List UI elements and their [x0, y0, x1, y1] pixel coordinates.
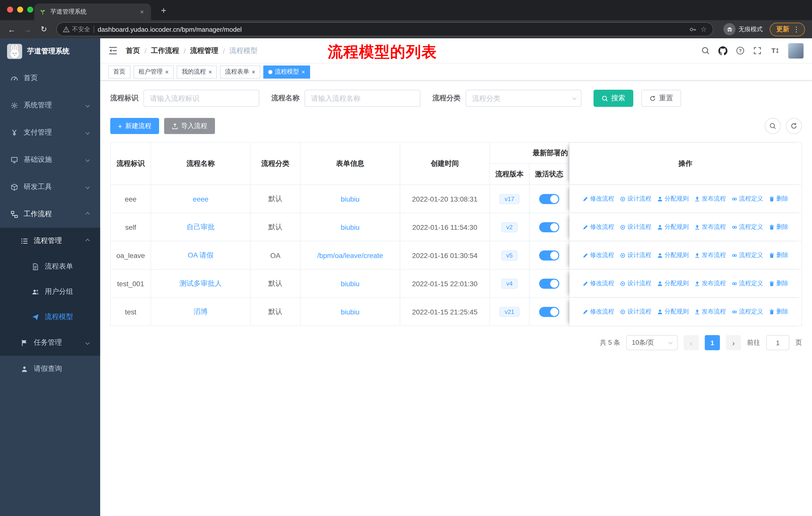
action-assign-rule[interactable]: 分配规则 — [657, 223, 689, 231]
search-icon[interactable] — [701, 46, 710, 55]
sidebar-item-task-mgmt[interactable]: 任务管理 — [0, 330, 100, 356]
import-process-button[interactable]: 导入流程 — [164, 118, 215, 134]
action-publish-process[interactable]: 发布流程 — [694, 223, 726, 231]
action-assign-rule[interactable]: 分配规则 — [657, 194, 689, 203]
form-info-link[interactable]: biubiu — [341, 308, 360, 316]
action-edit-process[interactable]: 修改流程 — [582, 194, 614, 203]
tag-my-process[interactable]: 我的流程 × — [177, 65, 217, 78]
sidebar-item-payment[interactable]: 支付管理 — [0, 119, 100, 146]
sidebar-item-process-model[interactable]: 流程模型 — [0, 304, 100, 330]
action-publish-process[interactable]: 发布流程 — [694, 307, 726, 316]
sidebar-collapse-icon[interactable] — [108, 46, 118, 55]
breadcrumb-item[interactable]: 工作流程 — [151, 46, 179, 55]
process-category-select[interactable] — [466, 90, 581, 107]
active-toggle[interactable] — [539, 194, 559, 204]
model-name-link[interactable]: 自己审批 — [186, 222, 215, 230]
create-process-button[interactable]: + 新建流程 — [110, 118, 159, 134]
action-design-process[interactable]: 设计流程 — [620, 307, 651, 316]
goto-page-input[interactable] — [766, 335, 789, 350]
form-info-link[interactable]: biubiu — [341, 279, 360, 288]
action-process-definition[interactable]: 流程定义 — [731, 223, 763, 231]
model-name-link[interactable]: 测试多审批人 — [179, 279, 222, 287]
bookmark-star-icon[interactable]: ☆ — [700, 25, 707, 33]
action-edit-process[interactable]: 修改流程 — [582, 307, 614, 316]
url-bar[interactable]: 不安全 dashboard.yudao.iocoder.cn/bpm/manag… — [56, 22, 713, 36]
tag-close-icon[interactable]: × — [165, 69, 169, 75]
active-toggle[interactable] — [539, 278, 559, 289]
model-name-link[interactable]: 滔博 — [194, 307, 208, 315]
next-page-button[interactable]: › — [726, 335, 741, 350]
action-assign-rule[interactable]: 分配规则 — [657, 279, 689, 288]
font-size-icon[interactable]: T — [770, 46, 779, 55]
reset-button[interactable]: 重置 — [641, 90, 681, 107]
sidebar-item-workflow[interactable]: 工作流程 — [0, 200, 100, 228]
browser-update-button[interactable]: 更新 ⋮ — [770, 22, 805, 36]
breadcrumb-item[interactable]: 首页 — [126, 46, 140, 55]
sidebar-item-process-form[interactable]: 流程表单 — [0, 254, 100, 279]
action-design-process[interactable]: 设计流程 — [620, 279, 651, 288]
sidebar-item-devtools[interactable]: 研发工具 — [0, 173, 100, 200]
breadcrumb-item[interactable]: 流程管理 — [190, 46, 219, 55]
action-design-process[interactable]: 设计流程 — [620, 194, 651, 203]
active-toggle[interactable] — [539, 250, 559, 260]
user-avatar[interactable] — [788, 43, 804, 59]
page-size-select[interactable]: 10条/页 — [626, 335, 677, 350]
new-tab-button[interactable]: + — [157, 4, 170, 17]
search-button[interactable]: 搜索 — [593, 90, 633, 107]
sidebar-item-system[interactable]: 系统管理 — [0, 92, 100, 119]
tag-home[interactable]: 首页 — [108, 65, 130, 78]
sidebar-item-home[interactable]: 首页 — [0, 64, 100, 92]
action-assign-rule[interactable]: 分配规则 — [657, 307, 689, 316]
toggle-search-button[interactable] — [765, 118, 781, 134]
sidebar-item-process-mgmt[interactable]: 流程管理 — [0, 228, 100, 254]
model-name-link[interactable]: eeee — [193, 195, 208, 203]
back-icon[interactable]: ← — [5, 23, 18, 36]
sidebar-item-user-group[interactable]: 用户分组 — [0, 279, 100, 304]
action-delete[interactable]: 删除 — [769, 223, 788, 231]
active-toggle[interactable] — [539, 222, 559, 232]
sidebar-item-infra[interactable]: 基础设施 — [0, 146, 100, 173]
action-edit-process[interactable]: 修改流程 — [582, 223, 614, 231]
action-assign-rule[interactable]: 分配规则 — [657, 251, 689, 260]
tag-close-icon[interactable]: × — [252, 69, 255, 75]
action-delete[interactable]: 删除 — [769, 251, 788, 260]
security-warning[interactable]: 不安全 — [63, 25, 90, 33]
reload-icon[interactable]: ↻ — [37, 23, 50, 36]
browser-menu-icon[interactable]: ⋮ — [793, 25, 800, 33]
process-id-input[interactable] — [143, 90, 259, 107]
refresh-table-button[interactable] — [786, 118, 802, 134]
action-publish-process[interactable]: 发布流程 — [694, 194, 726, 203]
tag-close-icon[interactable]: × — [208, 69, 212, 75]
minimize-window-button[interactable] — [17, 6, 23, 12]
fullscreen-icon[interactable] — [753, 46, 762, 55]
tag-close-icon[interactable]: × — [301, 69, 305, 75]
action-delete[interactable]: 删除 — [769, 279, 788, 288]
action-design-process[interactable]: 设计流程 — [620, 251, 651, 260]
tag-tenant-mgmt[interactable]: 租户管理 × — [134, 65, 174, 78]
tag-process-model[interactable]: 流程模型 × — [263, 65, 310, 78]
sidebar-item-leave-query[interactable]: 请假查询 — [0, 356, 100, 382]
browser-tab[interactable]: 芋道管理系统 × — [34, 3, 151, 20]
action-edit-process[interactable]: 修改流程 — [582, 251, 614, 260]
help-icon[interactable]: ? — [736, 46, 745, 55]
action-process-definition[interactable]: 流程定义 — [731, 194, 763, 203]
action-process-definition[interactable]: 流程定义 — [731, 307, 763, 316]
form-info-link[interactable]: biubiu — [341, 223, 360, 231]
action-design-process[interactable]: 设计流程 — [620, 223, 651, 231]
action-process-definition[interactable]: 流程定义 — [731, 279, 763, 288]
action-publish-process[interactable]: 发布流程 — [694, 251, 726, 260]
active-toggle[interactable] — [539, 307, 559, 317]
action-edit-process[interactable]: 修改流程 — [582, 279, 614, 288]
page-number-button[interactable]: 1 — [705, 335, 720, 350]
action-process-definition[interactable]: 流程定义 — [731, 251, 763, 260]
github-icon[interactable] — [718, 46, 727, 55]
password-key-icon[interactable] — [689, 25, 697, 33]
model-name-link[interactable]: OA 请假 — [188, 251, 214, 259]
action-delete[interactable]: 删除 — [769, 194, 788, 203]
prev-page-button[interactable]: ‹ — [684, 335, 699, 350]
maximize-window-button[interactable] — [27, 6, 33, 12]
tab-close-icon[interactable]: × — [138, 8, 146, 16]
action-publish-process[interactable]: 发布流程 — [694, 279, 726, 288]
close-window-button[interactable] — [7, 6, 13, 12]
process-name-input[interactable] — [304, 90, 420, 107]
